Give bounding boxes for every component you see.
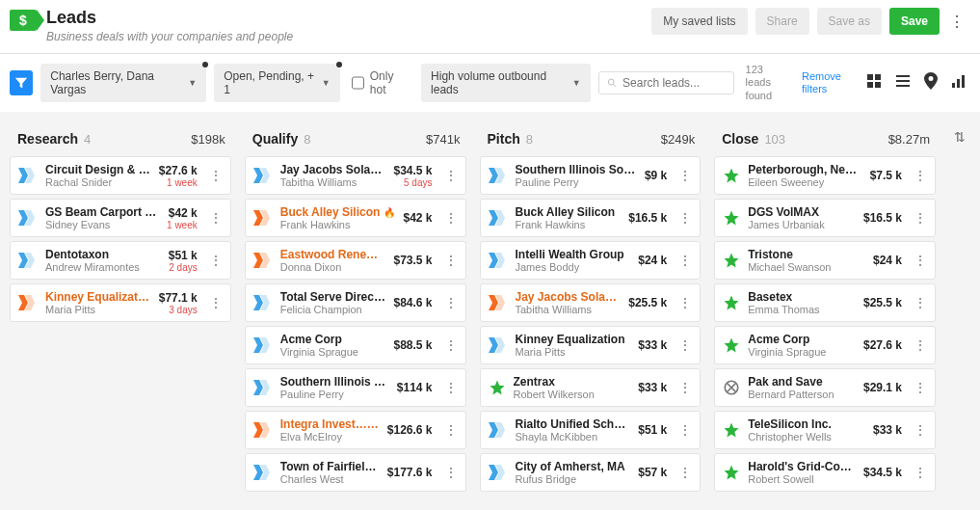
card-subtitle: Rufus Bridge bbox=[516, 473, 631, 485]
lead-card[interactable]: Pak and SaveBernard Patterson$29.1 k⋮ bbox=[714, 368, 936, 407]
card-value: $25.5 k bbox=[863, 296, 902, 309]
card-more-icon[interactable]: ⋮ bbox=[910, 253, 931, 268]
card-more-icon[interactable]: ⋮ bbox=[910, 337, 931, 353]
card-more-icon[interactable]: ⋮ bbox=[675, 295, 696, 310]
card-more-icon[interactable]: ⋮ bbox=[675, 253, 696, 268]
card-more-icon[interactable]: ⋮ bbox=[205, 210, 226, 226]
lead-card[interactable]: DentotaxonAndrew Miramontes$51 k2 days⋮ bbox=[10, 241, 231, 280]
card-subtitle: Maria Pitts bbox=[45, 304, 151, 315]
lead-card[interactable]: GS Beam Carport Desi…Sidney Evans$42 k1 … bbox=[10, 199, 231, 237]
view-map-icon[interactable] bbox=[924, 72, 938, 94]
save-button[interactable]: Save bbox=[889, 8, 940, 35]
card-right: $114 k bbox=[397, 381, 433, 394]
card-more-icon[interactable]: ⋮ bbox=[205, 295, 226, 310]
stage-chevron-icon bbox=[489, 337, 508, 353]
lead-card[interactable]: Southern Illinois SolarPauline Perry$9 k… bbox=[480, 156, 702, 195]
filter-people-label: Charles Berry, Dana Vargas bbox=[50, 69, 182, 96]
card-more-icon[interactable]: ⋮ bbox=[675, 337, 696, 353]
lead-card[interactable]: Acme CorpVirginia Sprague$27.6 k⋮ bbox=[714, 326, 936, 364]
card-more-icon[interactable]: ⋮ bbox=[910, 422, 931, 438]
card-more-icon[interactable]: ⋮ bbox=[910, 168, 931, 183]
lead-card[interactable]: Intelli Wealth GroupJames Boddy$24 k⋮ bbox=[480, 241, 702, 280]
search-box[interactable] bbox=[598, 71, 734, 94]
card-more-icon[interactable]: ⋮ bbox=[440, 337, 462, 353]
lead-card[interactable]: Town of Fairfield, …Charles West$177.6 k… bbox=[245, 453, 466, 492]
card-more-icon[interactable]: ⋮ bbox=[910, 380, 931, 395]
star-icon bbox=[723, 209, 740, 227]
lead-card[interactable]: Acme CorpVirginia Sprague$88.5 k⋮ bbox=[245, 326, 466, 364]
header-more-icon[interactable]: ⋮ bbox=[947, 13, 967, 31]
card-more-icon[interactable]: ⋮ bbox=[910, 295, 931, 310]
lead-card[interactable]: DGS VolMAXJames Urbaniak$16.5 k⋮ bbox=[714, 199, 936, 237]
filter-icon[interactable] bbox=[10, 70, 33, 95]
my-saved-lists-button[interactable]: My saved lists bbox=[651, 8, 747, 35]
card-more-icon[interactable]: ⋮ bbox=[440, 465, 462, 480]
card-text: City of Amherst, MARufus Bridge bbox=[516, 460, 631, 485]
lead-card[interactable]: Harold's Grid-Conn…Robert Sowell$34.5 k⋮ bbox=[714, 453, 936, 492]
lead-card[interactable]: Eastwood Rene… 🔥Donna Dixon$73.5 k⋮ bbox=[245, 241, 466, 280]
lead-card[interactable]: City of Amherst, MARufus Bridge$57 k⋮ bbox=[480, 453, 702, 492]
filter-source-dropdown[interactable]: High volume outbound leads ▼ bbox=[421, 64, 591, 102]
card-right: $27.6 k bbox=[863, 338, 902, 352]
lead-card[interactable]: ZentraxRobert Wilkerson$33 k⋮ bbox=[480, 368, 702, 407]
card-more-icon[interactable]: ⋮ bbox=[675, 380, 696, 395]
lead-card[interactable]: Circuit Design & Inst…Rachal Snider$27.6… bbox=[10, 156, 231, 195]
view-list-icon[interactable] bbox=[895, 73, 911, 93]
filter-people-dropdown[interactable]: Charles Berry, Dana Vargas ▼ bbox=[40, 64, 206, 102]
lead-card[interactable]: Southern Illinois SolarPauline Perry$114… bbox=[245, 368, 466, 407]
lead-card[interactable]: TristoneMichael Swanson$24 k⋮ bbox=[714, 241, 936, 280]
sort-icon[interactable]: ⇅ bbox=[954, 129, 966, 145]
lead-card[interactable]: Buck Alley Silicon 🔥Frank Hawkins$42 k⋮ bbox=[245, 199, 466, 237]
view-chart-icon[interactable] bbox=[951, 73, 967, 93]
lead-card[interactable]: Rialto Unified School …Shayla McKibben$5… bbox=[480, 411, 702, 449]
star-icon bbox=[489, 379, 506, 396]
card-more-icon[interactable]: ⋮ bbox=[440, 253, 462, 268]
card-more-icon[interactable]: ⋮ bbox=[675, 168, 696, 183]
lead-card[interactable]: Jay Jacobs Sola… 🔥Tabitha Williams$25.5 … bbox=[480, 283, 702, 322]
card-subtitle: Virginia Sprague bbox=[748, 346, 856, 358]
filter-status-dropdown[interactable]: Open, Pending, + 1 ▼ bbox=[214, 64, 340, 102]
svg-rect-10 bbox=[957, 79, 960, 88]
card-more-icon[interactable]: ⋮ bbox=[675, 422, 696, 438]
card-more-icon[interactable]: ⋮ bbox=[205, 168, 226, 183]
card-age: 1 week bbox=[167, 220, 198, 230]
lead-card[interactable]: BasetexEmma Thomas$25.5 k⋮ bbox=[714, 283, 936, 322]
lead-card[interactable]: TeleSilicon Inc.Christopher Wells$33 k⋮ bbox=[714, 411, 936, 449]
svg-rect-9 bbox=[952, 83, 955, 88]
card-more-icon[interactable]: ⋮ bbox=[675, 465, 696, 480]
card-more-icon[interactable]: ⋮ bbox=[440, 210, 462, 226]
card-more-icon[interactable]: ⋮ bbox=[910, 210, 931, 226]
share-button[interactable]: Share bbox=[755, 8, 809, 35]
card-text: Jay Jacobs Solar Ce…Tabitha Williams bbox=[280, 163, 386, 188]
card-title: Jay Jacobs Sola… 🔥 bbox=[516, 290, 622, 304]
svg-rect-3 bbox=[875, 74, 881, 80]
lead-card[interactable]: Buck Alley SiliconFrank Hawkins$16.5 k⋮ bbox=[480, 199, 702, 237]
svg-rect-2 bbox=[867, 74, 873, 80]
card-more-icon[interactable]: ⋮ bbox=[440, 380, 462, 395]
column-header: Pitch8$249k bbox=[476, 123, 705, 156]
card-more-icon[interactable]: ⋮ bbox=[440, 168, 462, 183]
svg-line-1 bbox=[613, 84, 616, 87]
only-hot-checkbox[interactable] bbox=[352, 76, 364, 90]
lead-card[interactable]: Kinney EqualizationMaria Pitts$33 k⋮ bbox=[480, 326, 702, 364]
card-more-icon[interactable]: ⋮ bbox=[675, 210, 696, 226]
only-hot-toggle[interactable]: Only hot bbox=[348, 69, 413, 96]
view-grid-icon[interactable] bbox=[866, 73, 882, 93]
card-more-icon[interactable]: ⋮ bbox=[440, 422, 462, 438]
card-right: $24 k bbox=[638, 254, 667, 267]
lead-card[interactable]: Total Serve Direct C…Felicia Champion$84… bbox=[245, 283, 466, 322]
card-subtitle: Frank Hawkins bbox=[516, 219, 622, 230]
lead-card[interactable]: Integra Invest… 🔥Elva McElroy$126.6 k⋮ bbox=[245, 411, 466, 449]
svg-rect-8 bbox=[896, 85, 910, 87]
lead-card[interactable]: Kinney Equalizati… 🔥Maria Pitts$77.1 k3 … bbox=[10, 283, 231, 322]
stage-chevron-icon bbox=[18, 253, 38, 268]
lead-card[interactable]: Jay Jacobs Solar Ce…Tabitha Williams$34.… bbox=[245, 156, 466, 195]
lead-card[interactable]: Peterborough, New …Eileen Sweeney$7.5 k⋮ bbox=[714, 156, 936, 195]
remove-filters-link[interactable]: Remove filters bbox=[796, 70, 841, 95]
save-as-button[interactable]: Save as bbox=[817, 8, 882, 35]
card-more-icon[interactable]: ⋮ bbox=[910, 465, 931, 480]
card-right: $126.6 k bbox=[387, 423, 433, 437]
search-input[interactable] bbox=[622, 76, 726, 90]
card-more-icon[interactable]: ⋮ bbox=[440, 295, 462, 310]
card-more-icon[interactable]: ⋮ bbox=[205, 253, 226, 268]
